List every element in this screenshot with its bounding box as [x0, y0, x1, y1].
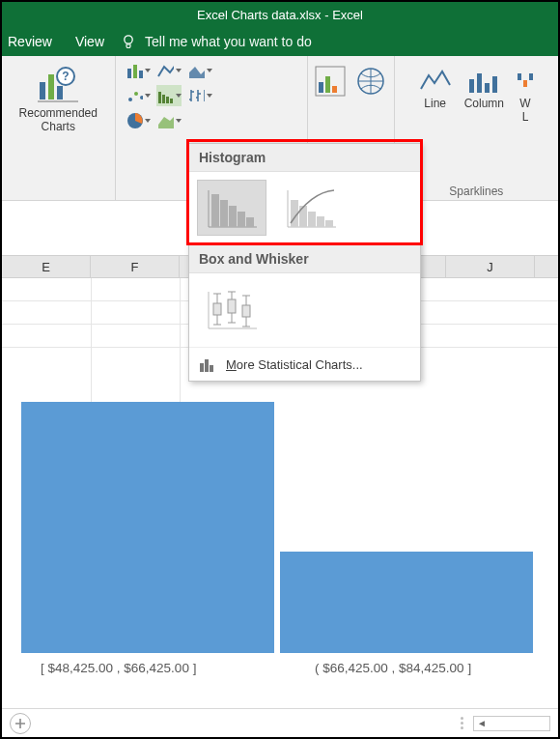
- svg-rect-29: [523, 80, 527, 87]
- svg-rect-40: [325, 220, 333, 227]
- 3d-map-icon[interactable]: [353, 64, 388, 99]
- svg-rect-27: [492, 76, 497, 93]
- tab-review[interactable]: Review: [8, 34, 52, 49]
- svg-rect-54: [205, 359, 209, 372]
- svg-rect-53: [200, 363, 204, 372]
- svg-rect-26: [485, 83, 490, 93]
- ribbon-tabs: Review View Tell me what you want to do: [2, 27, 558, 56]
- tab-scroll-grip[interactable]: [461, 717, 463, 729]
- svg-rect-55: [210, 365, 213, 372]
- histogram-chart-icon[interactable]: [156, 85, 182, 106]
- sparkline-winloss-label-2: L: [522, 110, 529, 124]
- svg-rect-20: [319, 82, 323, 93]
- area-chart-icon[interactable]: [187, 60, 212, 81]
- sparkline-winloss-label-1: W: [519, 97, 530, 110]
- svg-rect-7: [133, 65, 137, 78]
- svg-rect-22: [332, 86, 337, 93]
- svg-marker-9: [189, 67, 205, 78]
- svg-rect-38: [308, 212, 316, 227]
- svg-rect-24: [469, 79, 474, 93]
- scatter-chart-icon[interactable]: [126, 85, 151, 106]
- pie-chart-icon[interactable]: [126, 110, 151, 131]
- sparkline-line-label: Line: [424, 97, 446, 110]
- svg-rect-2: [48, 74, 54, 99]
- svg-rect-32: [220, 200, 228, 227]
- recommended-charts-group: ? Recommended Charts x: [2, 56, 116, 200]
- axis-label-bin-1: [ $48,425.00 , $66,425.00 ]: [41, 661, 196, 675]
- axis-label-bin-2: ( $66,425.00 , $84,425.00 ]: [315, 661, 471, 675]
- pivotchart-icon[interactable]: [313, 64, 348, 99]
- sparkline-winloss-button[interactable]: W L: [516, 64, 535, 124]
- title-bar: Excel Charts data.xlsx - Excel: [2, 2, 558, 27]
- window-title: Excel Charts data.xlsx - Excel: [197, 8, 363, 22]
- new-sheet-button[interactable]: [10, 713, 31, 734]
- svg-rect-35: [246, 217, 254, 227]
- svg-marker-18: [158, 115, 174, 128]
- svg-rect-33: [229, 206, 237, 227]
- sparkline-column-label: Column: [464, 97, 504, 110]
- svg-rect-15: [166, 97, 169, 103]
- scroll-left-icon[interactable]: ◄: [474, 718, 490, 728]
- svg-rect-6: [127, 69, 131, 78]
- svg-rect-21: [325, 76, 330, 93]
- more-statistical-charts[interactable]: More Statistical Charts...: [189, 347, 420, 381]
- recommended-charts-label-2: Charts: [42, 120, 75, 133]
- histogram-icon: [203, 185, 261, 231]
- histogram-bar-2: [280, 552, 533, 653]
- sparkline-column-button[interactable]: Column: [464, 64, 504, 124]
- bar-chart-icon[interactable]: [126, 60, 151, 81]
- svg-point-0: [125, 36, 132, 43]
- tell-me-box[interactable]: Tell me what you want to do: [145, 34, 312, 49]
- sheet-tab-bar: ◄: [2, 708, 558, 737]
- col-header-e[interactable]: E: [2, 256, 91, 277]
- svg-rect-30: [529, 73, 533, 80]
- histogram-section-header: Histogram: [189, 144, 420, 172]
- lightbulb-icon: [120, 33, 137, 50]
- line-chart-icon[interactable]: [156, 60, 182, 81]
- box-whisker-options: [189, 273, 420, 347]
- stock-chart-icon[interactable]: [187, 85, 212, 106]
- svg-rect-1: [40, 82, 45, 99]
- histogram-bar-1: [21, 402, 274, 653]
- histogram-chart[interactable]: [ $48,425.00 , $66,425.00 ] ( $66,425.00…: [15, 402, 545, 682]
- col-header-f[interactable]: F: [91, 256, 180, 277]
- svg-rect-14: [162, 95, 165, 103]
- svg-text:?: ?: [63, 70, 70, 83]
- svg-rect-3: [57, 86, 63, 99]
- recommended-charts-icon: ?: [35, 62, 81, 106]
- box-whisker-option[interactable]: [197, 281, 266, 337]
- svg-point-11: [134, 92, 138, 96]
- col-header-j[interactable]: J: [446, 256, 535, 277]
- surface-chart-icon[interactable]: [156, 110, 182, 131]
- tab-view[interactable]: View: [75, 34, 104, 49]
- sparkline-winloss-icon: [516, 64, 535, 97]
- svg-rect-13: [158, 92, 161, 103]
- svg-rect-25: [477, 73, 482, 93]
- sparkline-line-button[interactable]: Line: [418, 64, 453, 124]
- svg-rect-39: [317, 216, 324, 227]
- svg-rect-50: [242, 305, 250, 317]
- sparkline-line-icon: [418, 64, 453, 97]
- svg-rect-46: [228, 299, 236, 313]
- pareto-icon: [282, 185, 340, 231]
- svg-rect-28: [518, 73, 521, 80]
- sparklines-group-caption: Sparklines: [449, 185, 503, 198]
- horizontal-scrollbar[interactable]: ◄: [473, 716, 550, 731]
- statistical-charts-dropdown: Histogram Box and Whisker: [188, 143, 421, 382]
- svg-rect-42: [213, 303, 221, 315]
- svg-rect-8: [139, 71, 143, 78]
- sparkline-column-icon: [466, 64, 501, 97]
- svg-point-10: [128, 98, 132, 101]
- svg-rect-16: [170, 99, 173, 103]
- svg-point-12: [140, 96, 143, 99]
- svg-rect-31: [211, 194, 219, 227]
- plus-icon: [14, 718, 26, 729]
- recommended-charts-button[interactable]: ? Recommended Charts: [14, 60, 103, 135]
- svg-rect-34: [238, 212, 245, 227]
- pareto-option[interactable]: [276, 180, 346, 236]
- box-whisker-section-header: Box and Whisker: [189, 245, 420, 273]
- histogram-option[interactable]: [197, 180, 266, 236]
- more-charts-label: More Statistical Charts...: [226, 357, 363, 372]
- histogram-options: [189, 172, 420, 245]
- recommended-charts-label-1: Recommended: [19, 106, 98, 120]
